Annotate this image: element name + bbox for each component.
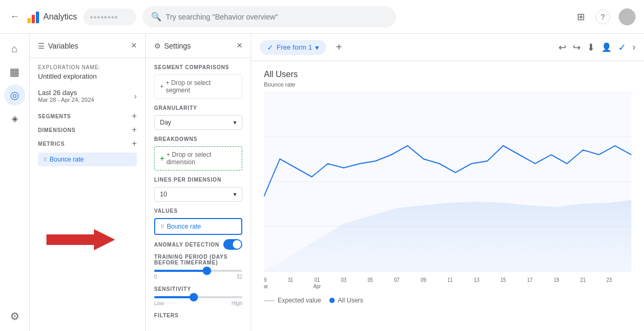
date-range-section[interactable]: Last 26 days Mar 28 - Apr 24, 2024 › [38,89,137,103]
chart-container: 0.8 0.6 0.4 0.2 0 [264,92,631,292]
svg-text:13: 13 [474,277,479,283]
anomaly-detection-label: ANOMALY DETECTION [154,242,220,248]
nav-reports[interactable]: ▦ [4,61,25,82]
values-label: VALUES [154,208,242,214]
tab-check-icon: ✓ [267,43,273,52]
download-icon[interactable]: ⬇ [587,42,595,53]
legend-expected-value: Expected value [264,297,321,304]
chart-svg: 0.8 0.6 0.4 0.2 0 [264,92,631,292]
undo-icon[interactable]: ↩ [558,42,566,53]
svg-text:11: 11 [447,277,452,283]
granularity-value: Day [160,119,171,126]
share-icon[interactable]: 👤 [601,42,612,52]
legend-all-users-label: All Users [338,297,363,304]
nav-home[interactable]: ⌂ [4,38,25,59]
drag-handle-icon: ⠿ [43,157,46,163]
svg-text:17: 17 [527,277,533,283]
lines-per-dimension-select[interactable]: 10 ▾ [154,187,242,202]
redo-icon[interactable]: ↪ [573,42,581,53]
svg-text:03: 03 [341,277,346,283]
avatar[interactable] [619,8,636,25]
lines-per-dimension-value: 10 [160,191,167,198]
segments-add-button[interactable]: + [132,111,137,121]
main-layout: ⌂ ▦ ◎ ◈ ⚙ ☰ Variables × EXPLORATION NAME… [0,34,644,331]
variables-panel-header: ☰ Variables × [30,34,145,58]
drop-segment-label: + Drop or select segment [166,79,236,94]
svg-text:05: 05 [367,277,373,283]
training-period-track[interactable] [154,270,242,272]
metrics-add-button[interactable]: + [132,139,137,148]
lines-per-dimension-chevron-icon: ▾ [233,191,236,198]
search-input[interactable] [166,13,387,21]
tab-label: Free form 1 [277,43,312,51]
drop-segment-plus-icon: + [160,83,164,90]
settings-close-button[interactable]: × [236,40,242,51]
grid-icon[interactable]: ⊞ [574,11,587,23]
lines-per-dimension-label: LINES PER DIMENSION [154,177,242,183]
legend-expected-label: Expected value [278,297,321,304]
values-item-label: Bounce rate [167,223,201,230]
chart-toolbar-right: ↩ ↪ ⬇ 👤 ✓ › [558,42,636,53]
training-period-thumb[interactable] [203,267,211,275]
metrics-section-row: METRICS + [38,139,137,148]
values-drag-handle-icon: ⠿ [160,224,164,230]
svg-text:15: 15 [500,277,506,283]
topbar-right: ⊞ ? [574,8,636,25]
account-chip[interactable]: ●●●●●●●● [83,8,136,25]
help-icon[interactable]: ? [595,10,610,24]
check-circle-icon[interactable]: ✓ [618,42,626,53]
exploration-name-value: Untitled exploration [38,72,137,80]
legend-all-users: All Users [329,297,363,304]
settings-panel-title: Settings [164,42,236,50]
values-item-bounce-rate[interactable]: ⠿ Bounce rate [154,218,242,235]
app-logo: Analytics [27,11,77,23]
anomaly-detection-row: ANOMALY DETECTION [154,239,242,250]
sensitivity-thumb[interactable] [190,293,198,301]
date-range-header: Last 26 days Mar 28 - Apr 24, 2024 › [38,89,137,103]
svg-text:07: 07 [394,277,400,283]
anomaly-detection-toggle[interactable] [223,239,242,250]
exploration-name-label: EXPLORATION NAME: [38,64,137,70]
chart-subtitle: Bounce rate [264,81,631,88]
dimensions-add-button[interactable]: + [132,125,137,135]
nav-settings[interactable]: ⚙ [4,306,25,327]
drop-segment-box[interactable]: + + Drop or select segment [154,74,242,99]
tab-add-button[interactable]: + [330,39,347,56]
svg-text:29: 29 [264,277,267,283]
nav-advertising[interactable]: ◈ [4,108,25,129]
free-form-tab[interactable]: ✓ Free form 1 ▾ [260,40,326,55]
metric-chip-label: Bounce rate [50,156,84,163]
dimensions-section-row: DIMENSIONS + [38,125,137,135]
sensitivity-label: SENSITIVITY [154,286,242,292]
variables-panel: ☰ Variables × EXPLORATION NAME: Untitled… [30,34,146,331]
sensitivity-high-label: High [231,300,242,306]
dimensions-label: DIMENSIONS [38,127,75,133]
back-button[interactable]: ← [8,11,21,23]
svg-text:Mar: Mar [264,283,269,289]
training-period-min-label: 0 [154,274,157,280]
chart-legend: Expected value All Users [264,297,631,304]
sensitivity-track[interactable] [154,296,242,298]
svg-text:19: 19 [554,277,559,283]
app-name: Analytics [43,12,77,22]
chart-toolbar: ✓ Free form 1 ▾ + ↩ ↪ ⬇ 👤 ✓ › [251,34,644,61]
search-icon: 🔍 [151,12,162,22]
granularity-select[interactable]: Day ▾ [154,115,242,130]
nav-explore[interactable]: ◎ [4,84,25,106]
search-bar[interactable]: 🔍 [143,6,396,27]
variables-panel-title: Variables [48,42,131,50]
settings-panel-header: ⚙ Settings × [146,34,251,58]
svg-text:31: 31 [288,277,293,283]
more-icon[interactable]: › [632,42,636,53]
settings-panel-icon: ⚙ [154,42,161,50]
variables-close-button[interactable]: × [131,40,137,51]
drop-dimension-box[interactable]: + + Drop or select dimension [154,146,242,171]
metric-chip-bounce-rate[interactable]: ⠿ Bounce rate [38,153,137,166]
sensitivity-range-labels: Low High [154,300,242,306]
drop-dimension-label: + Drop or select dimension [166,151,236,166]
date-range-chevron[interactable]: › [134,92,137,100]
legend-all-users-dot-icon [329,298,335,303]
svg-text:21: 21 [580,277,585,283]
left-nav: ⌂ ▦ ◎ ◈ ⚙ [0,34,30,331]
training-period-section: TRAINING PERIOD (DAYS BEFORE TIMEFRAME) … [154,254,242,280]
